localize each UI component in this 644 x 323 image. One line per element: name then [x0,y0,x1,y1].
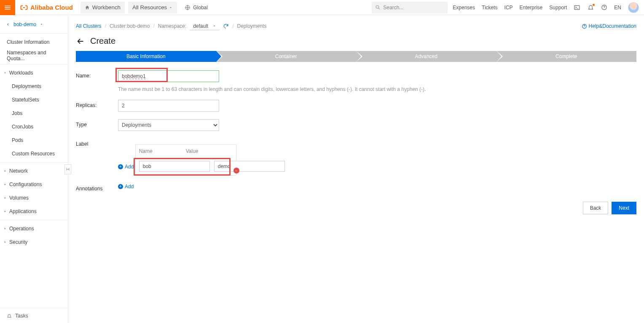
bc-all-clusters[interactable]: All Clusters [76,23,102,29]
nav-support[interactable]: Support [549,5,567,11]
help-documentation-link[interactable]: Help&Documentation [582,23,636,29]
help-icon[interactable] [601,4,607,11]
group-label: Volumes [9,195,29,201]
search-placeholder: Search... [383,5,403,11]
type-label: Type [76,119,118,128]
remove-label-button[interactable]: − [233,168,239,174]
step-advanced[interactable]: Advanced [356,51,496,62]
step-container[interactable]: Container [216,51,357,62]
step-basic-information[interactable]: Basic Information [76,51,216,62]
group-label: Workloads [9,70,33,76]
workbench-label: Workbench [92,4,121,11]
workbench-button[interactable]: Workbench [80,2,125,13]
svg-rect-2 [574,5,580,9]
help-circle-icon [582,24,587,29]
sidebar-item-statefulsets[interactable]: StatefulSets [0,93,68,107]
namespace-selector[interactable]: default [190,22,220,30]
replicas-input[interactable] [118,100,219,112]
sidebar-group-operations[interactable]: Operations [0,222,68,235]
name-label: Name: [76,70,118,79]
sidebar-item-namespaces[interactable]: Namespaces and Quota... [0,49,68,62]
sidebar-item-deployments[interactable]: Deployments [0,80,68,93]
sidebar-item-cluster-info[interactable]: Cluster Information [0,35,68,49]
search-icon [375,5,381,10]
nav-tickets[interactable]: Tickets [482,5,498,11]
sidebar-group-applications[interactable]: Applications [0,205,68,218]
brand-logo[interactable]: Alibaba Cloud [15,4,78,11]
back-button[interactable]: Back [583,202,609,214]
label-col-name: Name [139,148,186,154]
bc-namespace-label: Namespace: [158,23,186,29]
name-input[interactable] [118,70,219,82]
page-title: Create [90,36,115,46]
caret-right-icon [3,169,7,173]
page-title-row: Create [76,36,636,46]
caret-down-icon [40,22,43,26]
sidebar-item-cronjobs[interactable]: CronJobs [0,120,68,133]
stepper: Basic Information Container Advanced Com… [76,51,636,62]
nav-expenses[interactable]: Expenses [453,5,475,11]
bc-separator: / [232,23,233,29]
name-hint: The name must be 1 to 63 characters in l… [118,86,497,92]
collapse-icon [66,167,70,171]
global-search[interactable]: Search... [372,2,448,13]
chevron-down-icon [169,5,173,10]
footer-actions: Back Next [76,202,636,214]
back-arrow-icon[interactable] [76,37,85,46]
label-col-value: Value [186,148,233,154]
nav-icp[interactable]: ICP [504,5,513,11]
region-selector[interactable]: Global [185,5,208,11]
top-bar: Alibaba Cloud Workbench All Resources Gl… [0,0,644,15]
label-value-input[interactable] [214,161,285,172]
sidebar-group-workloads[interactable]: Workloads [0,66,68,80]
sidebar-group-network[interactable]: Network [0,164,68,178]
menu-toggle[interactable] [0,0,15,15]
hamburger-icon [4,4,11,11]
caret-right-icon [3,196,7,200]
sidebar-group-volumes[interactable]: Volumes [0,191,68,205]
group-label: Security [9,239,27,245]
sidebar-tasks[interactable]: Tasks [0,308,68,323]
caret-right-icon [3,227,7,230]
lang-label[interactable]: EN [614,5,621,11]
sidebar-item-jobs[interactable]: Jobs [0,107,68,120]
chevron-left-icon [6,22,10,27]
bc-separator: / [153,23,154,29]
bell-icon[interactable] [587,4,594,11]
sidebar-collapse-toggle[interactable] [64,164,71,174]
user-avatar[interactable] [628,2,639,13]
nav-enterprise[interactable]: Enterprise [520,5,543,11]
helpdoc-label: Help&Documentation [589,23,636,29]
cloudshell-icon[interactable] [574,4,580,11]
caret-right-icon [3,210,7,213]
sidebar: bob-demo Cluster Information Namespaces … [0,15,68,323]
main-content: All Clusters / Cluster:bob-demo / Namesp… [68,15,644,323]
group-label: Network [9,168,28,174]
add-label-link[interactable]: + Add [118,164,134,170]
brand-text: Alibaba Cloud [30,4,73,11]
caret-right-icon [3,240,7,244]
sidebar-group-security[interactable]: Security [0,235,68,249]
sidebar-group-configurations[interactable]: Configurations [0,178,68,191]
project-name: bob-demo [13,21,36,27]
annotations-label: Annotations [76,183,118,192]
top-nav-links: Expenses Tickets ICP Enterprise Support … [448,2,644,13]
plus-icon: + [118,184,123,189]
all-resources-dropdown[interactable]: All Resources [128,2,177,13]
breadcrumb: All Clusters / Cluster:bob-demo / Namesp… [76,20,636,32]
group-label: Configurations [9,182,42,187]
add-annotation-link[interactable]: + Add [118,184,134,190]
label-name-input[interactable] [139,161,210,172]
bc-deployments: Deployments [237,23,267,29]
type-select[interactable]: Deployments [118,119,219,131]
project-selector[interactable]: bob-demo [0,15,68,34]
sidebar-item-pods[interactable]: Pods [0,133,68,147]
caret-down-icon [3,71,7,75]
next-button[interactable]: Next [612,202,636,214]
sidebar-item-custom-resources[interactable]: Custom Resources [0,147,68,160]
refresh-icon[interactable] [223,23,229,29]
add-label-text: Add [125,164,134,170]
step-complete[interactable]: Complete [496,51,637,62]
caret-down-icon [212,24,216,28]
caret-right-icon [3,183,7,186]
